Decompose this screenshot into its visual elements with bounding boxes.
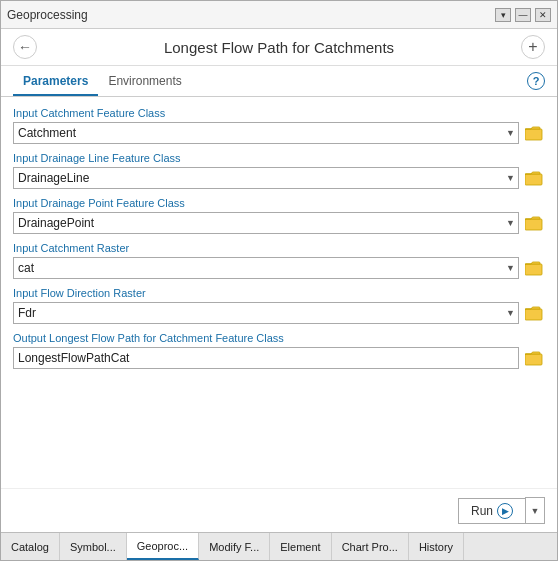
select-wrapper-0: Catchment ▼ (13, 122, 519, 144)
svg-rect-2 (525, 219, 542, 230)
field-label-0: Input Catchment Feature Class (13, 107, 545, 119)
field-input-drainage-point: Input Drainage Point Feature Class Drain… (13, 197, 545, 234)
taskbar-item-symbology[interactable]: Symbol... (60, 533, 127, 560)
folder-button-4[interactable] (523, 302, 545, 324)
run-label: Run (471, 504, 493, 518)
field-label-5: Output Longest Flow Path for Catchment F… (13, 332, 545, 344)
svg-rect-4 (525, 309, 542, 320)
folder-button-2[interactable] (523, 212, 545, 234)
tabs-bar: Parameters Environments ? (1, 66, 557, 97)
svg-rect-1 (525, 174, 542, 185)
titlebar-controls: ▾ — ✕ (495, 8, 551, 22)
field-input-catchment-raster: Input Catchment Raster cat ▼ (13, 242, 545, 279)
run-area: Run ▶ ▼ (1, 488, 557, 532)
titlebar: Geoprocessing ▾ — ✕ (1, 1, 557, 29)
close-button[interactable]: ✕ (535, 8, 551, 22)
taskbar-item-catalog[interactable]: Catalog (1, 533, 60, 560)
select-drainage-point[interactable]: DrainagePoint (13, 212, 519, 234)
select-drainage-line[interactable]: DrainageLine (13, 167, 519, 189)
run-dropdown-button[interactable]: ▼ (525, 497, 545, 524)
field-row-2: DrainagePoint ▼ (13, 212, 545, 234)
run-button[interactable]: Run ▶ (458, 498, 525, 524)
taskbar-item-history[interactable]: History (409, 533, 464, 560)
tabs-list: Parameters Environments (13, 70, 192, 96)
select-wrapper-3: cat ▼ (13, 257, 519, 279)
taskbar-item-chart-properties[interactable]: Chart Pro... (332, 533, 409, 560)
select-wrapper-4: Fdr ▼ (13, 302, 519, 324)
field-row-0: Catchment ▼ (13, 122, 545, 144)
taskbar: Catalog Symbol... Geoproc... Modify F...… (1, 532, 557, 560)
field-input-flow-direction: Input Flow Direction Raster Fdr ▼ (13, 287, 545, 324)
add-button[interactable]: + (521, 35, 545, 59)
geoprocessing-window: Geoprocessing ▾ — ✕ ← Longest Flow Path … (0, 0, 558, 561)
select-catchment-fc[interactable]: Catchment (13, 122, 519, 144)
taskbar-item-modify-features[interactable]: Modify F... (199, 533, 270, 560)
field-input-drainage-line: Input Drainage Line Feature Class Draina… (13, 152, 545, 189)
pin-button[interactable]: ▾ (495, 8, 511, 22)
select-wrapper-2: DrainagePoint ▼ (13, 212, 519, 234)
field-label-2: Input Drainage Point Feature Class (13, 197, 545, 209)
parameters-content: Input Catchment Feature Class Catchment … (1, 97, 557, 488)
field-label-1: Input Drainage Line Feature Class (13, 152, 545, 164)
tab-parameters[interactable]: Parameters (13, 70, 98, 96)
field-label-4: Input Flow Direction Raster (13, 287, 545, 299)
run-arrow-icon: ▶ (497, 503, 513, 519)
svg-rect-5 (525, 354, 542, 365)
field-input-catchment-fc: Input Catchment Feature Class Catchment … (13, 107, 545, 144)
taskbar-item-geoprocessing[interactable]: Geoproc... (127, 533, 199, 560)
output-fc-input[interactable] (13, 347, 519, 369)
folder-button-3[interactable] (523, 257, 545, 279)
tab-environments[interactable]: Environments (98, 70, 191, 96)
field-row-5 (13, 347, 545, 369)
folder-button-0[interactable] (523, 122, 545, 144)
folder-button-1[interactable] (523, 167, 545, 189)
titlebar-title: Geoprocessing (7, 8, 88, 22)
field-output-fc: Output Longest Flow Path for Catchment F… (13, 332, 545, 369)
taskbar-item-element[interactable]: Element (270, 533, 331, 560)
field-label-3: Input Catchment Raster (13, 242, 545, 254)
nav-title: Longest Flow Path for Catchments (37, 39, 521, 56)
field-row-1: DrainageLine ▼ (13, 167, 545, 189)
svg-rect-0 (525, 129, 542, 140)
field-row-3: cat ▼ (13, 257, 545, 279)
back-button[interactable]: ← (13, 35, 37, 59)
svg-rect-3 (525, 264, 542, 275)
minimize-button[interactable]: — (515, 8, 531, 22)
folder-button-5[interactable] (523, 347, 545, 369)
navbar: ← Longest Flow Path for Catchments + (1, 29, 557, 66)
help-icon[interactable]: ? (527, 72, 545, 90)
field-row-4: Fdr ▼ (13, 302, 545, 324)
select-wrapper-1: DrainageLine ▼ (13, 167, 519, 189)
select-catchment-raster[interactable]: cat (13, 257, 519, 279)
select-flow-direction[interactable]: Fdr (13, 302, 519, 324)
